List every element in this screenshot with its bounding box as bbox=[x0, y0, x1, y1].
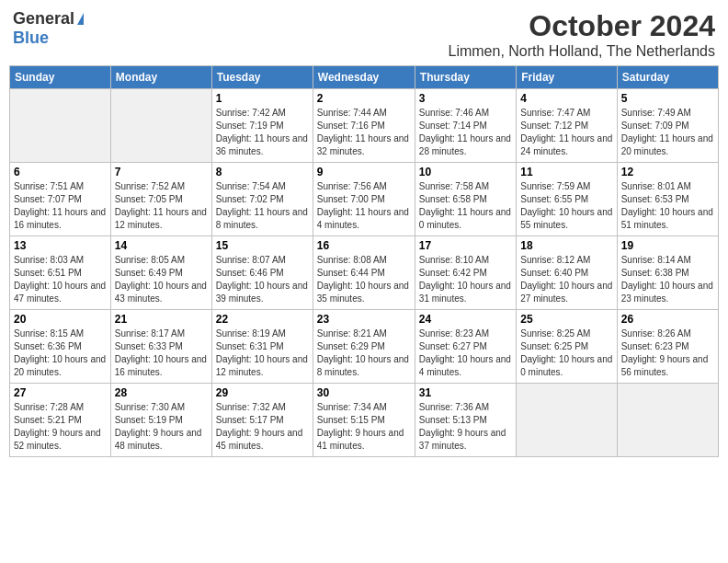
day-number: 14 bbox=[115, 239, 208, 252]
calendar-cell: 8Sunrise: 7:54 AMSunset: 7:02 PMDaylight… bbox=[211, 163, 313, 236]
day-number: 2 bbox=[317, 92, 411, 105]
day-info: Sunrise: 7:56 AMSunset: 7:00 PMDaylight:… bbox=[317, 180, 411, 232]
logo-icon bbox=[77, 13, 84, 25]
day-number: 16 bbox=[317, 239, 411, 252]
calendar-cell: 15Sunrise: 8:07 AMSunset: 6:46 PMDayligh… bbox=[211, 236, 313, 310]
day-number: 23 bbox=[317, 313, 411, 326]
day-number: 10 bbox=[419, 166, 512, 178]
calendar-cell: 29Sunrise: 7:32 AMSunset: 5:17 PMDayligh… bbox=[211, 384, 313, 457]
day-info: Sunrise: 7:34 AMSunset: 5:15 PMDaylight:… bbox=[317, 401, 411, 453]
day-number: 11 bbox=[520, 166, 612, 178]
day-number: 13 bbox=[14, 239, 107, 252]
calendar-cell: 26Sunrise: 8:26 AMSunset: 6:23 PMDayligh… bbox=[617, 310, 718, 384]
day-info: Sunrise: 7:44 AMSunset: 7:16 PMDaylight:… bbox=[317, 107, 411, 158]
day-number: 26 bbox=[621, 313, 714, 326]
day-number: 15 bbox=[216, 239, 309, 252]
day-info: Sunrise: 7:28 AMSunset: 5:21 PMDaylight:… bbox=[14, 401, 107, 453]
calendar-cell: 10Sunrise: 7:58 AMSunset: 6:58 PMDayligh… bbox=[415, 163, 516, 236]
day-number: 24 bbox=[419, 313, 512, 326]
calendar-cell: 12Sunrise: 8:01 AMSunset: 6:53 PMDayligh… bbox=[617, 163, 718, 236]
calendar-cell bbox=[517, 384, 617, 457]
calendar-cell: 18Sunrise: 8:12 AMSunset: 6:40 PMDayligh… bbox=[517, 236, 617, 310]
day-info: Sunrise: 7:46 AMSunset: 7:14 PMDaylight:… bbox=[419, 107, 512, 158]
calendar-cell: 9Sunrise: 7:56 AMSunset: 7:00 PMDaylight… bbox=[313, 163, 415, 236]
weekday-header: Monday bbox=[110, 66, 211, 89]
calendar-cell: 17Sunrise: 8:10 AMSunset: 6:42 PMDayligh… bbox=[415, 236, 516, 310]
day-number: 22 bbox=[216, 313, 309, 326]
calendar-cell: 3Sunrise: 7:46 AMSunset: 7:14 PMDaylight… bbox=[415, 89, 516, 163]
calendar-cell: 27Sunrise: 7:28 AMSunset: 5:21 PMDayligh… bbox=[10, 384, 111, 457]
day-info: Sunrise: 7:30 AMSunset: 5:19 PMDaylight:… bbox=[115, 401, 208, 453]
day-number: 28 bbox=[115, 386, 208, 399]
day-info: Sunrise: 8:07 AMSunset: 6:46 PMDaylight:… bbox=[216, 254, 309, 305]
day-number: 29 bbox=[216, 386, 309, 399]
week-row: 27Sunrise: 7:28 AMSunset: 5:21 PMDayligh… bbox=[10, 384, 719, 457]
day-info: Sunrise: 8:14 AMSunset: 6:38 PMDaylight:… bbox=[621, 254, 714, 305]
calendar-cell: 16Sunrise: 8:08 AMSunset: 6:44 PMDayligh… bbox=[313, 236, 415, 310]
month-title: October 2024 bbox=[448, 9, 715, 43]
calendar-cell: 22Sunrise: 8:19 AMSunset: 6:31 PMDayligh… bbox=[211, 310, 313, 384]
calendar-cell bbox=[10, 89, 111, 163]
weekday-header: Friday bbox=[517, 66, 617, 89]
calendar-cell bbox=[617, 384, 718, 457]
day-info: Sunrise: 7:47 AMSunset: 7:12 PMDaylight:… bbox=[520, 107, 612, 158]
day-info: Sunrise: 8:05 AMSunset: 6:49 PMDaylight:… bbox=[115, 254, 208, 305]
day-number: 4 bbox=[520, 92, 612, 105]
logo-general: General bbox=[13, 9, 74, 29]
calendar-cell: 5Sunrise: 7:49 AMSunset: 7:09 PMDaylight… bbox=[617, 89, 718, 163]
calendar-cell bbox=[110, 89, 211, 163]
day-info: Sunrise: 8:08 AMSunset: 6:44 PMDaylight:… bbox=[317, 254, 411, 305]
weekday-header: Saturday bbox=[617, 66, 718, 89]
calendar-cell: 2Sunrise: 7:44 AMSunset: 7:16 PMDaylight… bbox=[313, 89, 415, 163]
calendar-cell: 20Sunrise: 8:15 AMSunset: 6:36 PMDayligh… bbox=[10, 310, 111, 384]
day-number: 30 bbox=[317, 386, 411, 399]
day-number: 20 bbox=[14, 313, 107, 326]
weekday-header: Sunday bbox=[10, 66, 111, 89]
day-info: Sunrise: 8:17 AMSunset: 6:33 PMDaylight:… bbox=[115, 327, 208, 379]
day-info: Sunrise: 8:15 AMSunset: 6:36 PMDaylight:… bbox=[14, 327, 107, 379]
day-info: Sunrise: 7:32 AMSunset: 5:17 PMDaylight:… bbox=[216, 401, 309, 453]
day-info: Sunrise: 8:03 AMSunset: 6:51 PMDaylight:… bbox=[14, 254, 107, 305]
day-info: Sunrise: 8:19 AMSunset: 6:31 PMDaylight:… bbox=[216, 327, 309, 379]
calendar-cell: 25Sunrise: 8:25 AMSunset: 6:25 PMDayligh… bbox=[517, 310, 617, 384]
day-info: Sunrise: 7:51 AMSunset: 7:07 PMDaylight:… bbox=[14, 180, 107, 232]
day-info: Sunrise: 8:21 AMSunset: 6:29 PMDaylight:… bbox=[317, 327, 411, 379]
calendar-cell: 23Sunrise: 8:21 AMSunset: 6:29 PMDayligh… bbox=[313, 310, 415, 384]
calendar-cell: 13Sunrise: 8:03 AMSunset: 6:51 PMDayligh… bbox=[10, 236, 111, 310]
calendar-cell: 7Sunrise: 7:52 AMSunset: 7:05 PMDaylight… bbox=[110, 163, 211, 236]
calendar-cell: 31Sunrise: 7:36 AMSunset: 5:13 PMDayligh… bbox=[415, 384, 516, 457]
day-info: Sunrise: 8:01 AMSunset: 6:53 PMDaylight:… bbox=[621, 180, 714, 232]
calendar-cell: 4Sunrise: 7:47 AMSunset: 7:12 PMDaylight… bbox=[517, 89, 617, 163]
calendar-cell: 19Sunrise: 8:14 AMSunset: 6:38 PMDayligh… bbox=[617, 236, 718, 310]
day-number: 3 bbox=[419, 92, 512, 105]
page-header: General Blue October 2024 Limmen, North … bbox=[9, 9, 719, 60]
day-number: 19 bbox=[621, 239, 714, 252]
day-number: 27 bbox=[14, 386, 107, 399]
day-info: Sunrise: 8:10 AMSunset: 6:42 PMDaylight:… bbox=[419, 254, 512, 305]
week-row: 20Sunrise: 8:15 AMSunset: 6:36 PMDayligh… bbox=[10, 310, 719, 384]
day-info: Sunrise: 7:58 AMSunset: 6:58 PMDaylight:… bbox=[419, 180, 512, 232]
day-number: 18 bbox=[520, 239, 612, 252]
day-info: Sunrise: 7:52 AMSunset: 7:05 PMDaylight:… bbox=[115, 180, 208, 232]
location-title: Limmen, North Holland, The Netherlands bbox=[448, 43, 715, 60]
weekday-header-row: SundayMondayTuesdayWednesdayThursdayFrid… bbox=[10, 66, 719, 89]
day-info: Sunrise: 8:23 AMSunset: 6:27 PMDaylight:… bbox=[419, 327, 512, 379]
day-number: 7 bbox=[115, 166, 208, 178]
calendar-cell: 28Sunrise: 7:30 AMSunset: 5:19 PMDayligh… bbox=[110, 384, 211, 457]
calendar-cell: 6Sunrise: 7:51 AMSunset: 7:07 PMDaylight… bbox=[10, 163, 111, 236]
day-info: Sunrise: 7:36 AMSunset: 5:13 PMDaylight:… bbox=[419, 401, 512, 453]
day-number: 8 bbox=[216, 166, 309, 178]
day-number: 25 bbox=[520, 313, 612, 326]
calendar-cell: 1Sunrise: 7:42 AMSunset: 7:19 PMDaylight… bbox=[211, 89, 313, 163]
day-number: 17 bbox=[419, 239, 512, 252]
calendar-cell: 11Sunrise: 7:59 AMSunset: 6:55 PMDayligh… bbox=[517, 163, 617, 236]
day-number: 9 bbox=[317, 166, 411, 178]
weekday-header: Thursday bbox=[415, 66, 516, 89]
calendar-cell: 24Sunrise: 8:23 AMSunset: 6:27 PMDayligh… bbox=[415, 310, 516, 384]
day-number: 1 bbox=[216, 92, 309, 105]
logo: General Blue bbox=[13, 9, 84, 48]
day-number: 21 bbox=[115, 313, 208, 326]
day-info: Sunrise: 7:59 AMSunset: 6:55 PMDaylight:… bbox=[520, 180, 612, 232]
week-row: 13Sunrise: 8:03 AMSunset: 6:51 PMDayligh… bbox=[10, 236, 719, 310]
logo-blue: Blue bbox=[13, 29, 49, 47]
